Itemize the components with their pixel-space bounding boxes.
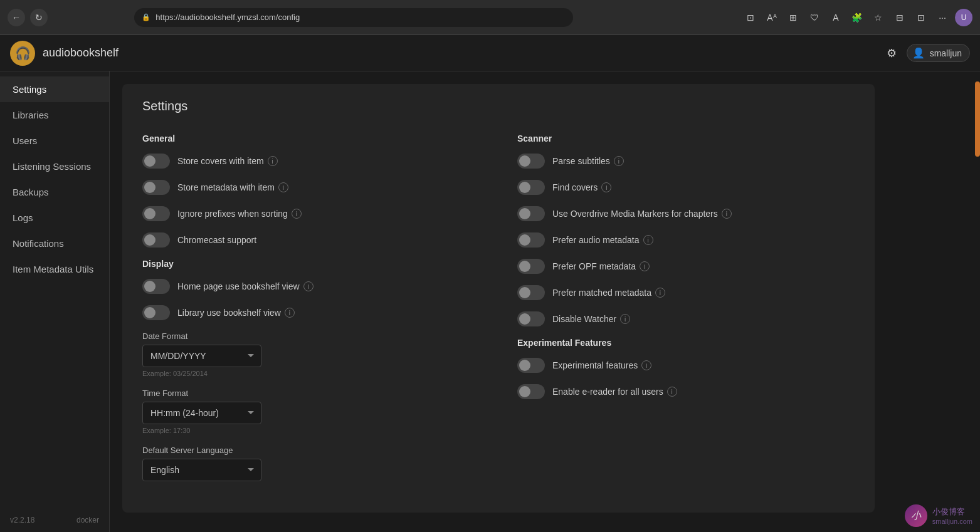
app-container: 🎧 audiobookshelf ⚙ 👤 smalljun Settings L… bbox=[0, 35, 980, 532]
info-home-bookshelf-icon[interactable]: i bbox=[303, 281, 313, 291]
sidebar: Settings Libraries Users Listening Sessi… bbox=[0, 71, 110, 532]
app-header: 🎧 audiobookshelf ⚙ 👤 smalljun bbox=[0, 35, 980, 71]
toggle-store-metadata-label: Store metadata with item i bbox=[177, 182, 288, 192]
toggle-chromecast-btn[interactable] bbox=[142, 232, 170, 248]
profile-avatar[interactable]: U bbox=[955, 9, 972, 26]
toggle-home-bookshelf-label: Home page use bookshelf view i bbox=[177, 281, 313, 291]
toggle-ignore-prefixes-btn[interactable] bbox=[142, 206, 170, 221]
toggle-store-metadata-btn[interactable] bbox=[142, 180, 170, 195]
sidebar-item-item-metadata-utils[interactable]: Item Metadata Utils bbox=[0, 256, 109, 282]
toggle-find-covers: Find covers i bbox=[517, 180, 855, 195]
settings-panel: Settings General Store covers with item bbox=[122, 84, 875, 513]
main-content[interactable]: Settings General Store covers with item bbox=[110, 71, 980, 532]
toggle-experimental-features-label: Experimental features i bbox=[552, 360, 651, 370]
info-store-covers-icon[interactable]: i bbox=[268, 156, 278, 166]
date-format-example: Example: 03/25/2014 bbox=[142, 370, 480, 377]
info-experimental-features-icon[interactable]: i bbox=[641, 360, 651, 370]
toggle-library-bookshelf: Library use bookshelf view i bbox=[142, 305, 480, 320]
ext-btn[interactable]: 🧩 bbox=[848, 9, 866, 26]
refresh-button[interactable]: ↻ bbox=[30, 9, 48, 26]
toggle-library-bookshelf-label: Library use bookshelf view i bbox=[177, 308, 295, 318]
sidebar-btn[interactable]: ⊟ bbox=[891, 9, 909, 26]
toggle-library-bookshelf-btn[interactable] bbox=[142, 305, 170, 320]
sidebar-item-libraries[interactable]: Libraries bbox=[0, 102, 109, 128]
toggle-disable-watcher-label: Disable Watcher i bbox=[552, 314, 630, 324]
toggle-overdrive: Use Overdrive Media Markers for chapters… bbox=[517, 206, 855, 221]
info-ereader-icon[interactable]: i bbox=[667, 387, 677, 397]
general-section: General Store covers with item i bbox=[142, 133, 480, 248]
display-title: Display bbox=[142, 259, 480, 269]
copilot-btn[interactable]: A bbox=[827, 9, 845, 26]
version-label: v2.2.18 bbox=[10, 516, 34, 524]
toggle-prefer-opf-btn[interactable] bbox=[517, 259, 545, 274]
sidebar-item-listening-sessions[interactable]: Listening Sessions bbox=[0, 154, 109, 179]
toggle-store-covers-btn[interactable] bbox=[142, 154, 170, 169]
toggle-ignore-prefixes-label: Ignore prefixes when sorting i bbox=[177, 209, 302, 219]
watermark-url: smalljun.com bbox=[932, 518, 972, 525]
info-store-metadata-icon[interactable]: i bbox=[278, 182, 288, 192]
date-format-label: Date Format bbox=[142, 331, 480, 341]
toggle-disable-watcher: Disable Watcher i bbox=[517, 311, 855, 326]
info-library-bookshelf-icon[interactable]: i bbox=[285, 308, 295, 318]
info-overdrive-icon[interactable]: i bbox=[722, 209, 732, 219]
shield-btn[interactable]: 🛡 bbox=[806, 9, 823, 26]
translate-btn[interactable]: ⊞ bbox=[784, 9, 802, 26]
share-btn[interactable]: ⊡ bbox=[912, 9, 930, 26]
sidebar-item-backups[interactable]: Backups bbox=[0, 179, 109, 205]
user-chip[interactable]: 👤 smalljun bbox=[907, 44, 970, 62]
toggle-ereader-label: Enable e-reader for all users i bbox=[552, 387, 677, 397]
info-prefer-matched-icon[interactable]: i bbox=[655, 288, 665, 298]
time-format-label: Time Format bbox=[142, 389, 480, 398]
toggle-parse-subtitles-btn[interactable] bbox=[517, 154, 545, 169]
toggle-experimental-features-btn[interactable] bbox=[517, 358, 545, 373]
sidebar-item-settings[interactable]: Settings bbox=[0, 76, 109, 102]
time-format-select[interactable]: HH:mm (24-hour) hh:mm (12-hour) bbox=[142, 402, 261, 424]
settings-grid: General Store covers with item i bbox=[142, 128, 855, 493]
info-ignore-prefixes-icon[interactable]: i bbox=[292, 209, 302, 219]
info-parse-subtitles-icon[interactable]: i bbox=[614, 156, 624, 166]
toggle-home-bookshelf-btn[interactable] bbox=[142, 279, 170, 294]
browser-actions: ⊡ Aᴬ ⊞ 🛡 A 🧩 ☆ ⊟ ⊡ ··· U bbox=[742, 9, 972, 26]
experimental-title: Experimental Features bbox=[517, 338, 855, 348]
toggle-ereader-btn[interactable] bbox=[517, 384, 545, 399]
experimental-section: Experimental Features Experimental featu… bbox=[517, 338, 855, 399]
user-icon: 👤 bbox=[912, 47, 925, 59]
more-btn[interactable]: ··· bbox=[934, 9, 951, 26]
left-column: General Store covers with item i bbox=[142, 128, 480, 493]
info-prefer-opf-icon[interactable]: i bbox=[640, 261, 650, 271]
time-format-example: Example: 17:30 bbox=[142, 427, 480, 434]
settings-gear-button[interactable]: ⚙ bbox=[887, 46, 897, 60]
toggle-ereader: Enable e-reader for all users i bbox=[517, 384, 855, 399]
language-select[interactable]: English French German Spanish Chinese bbox=[142, 459, 261, 481]
tab-btn[interactable]: ⊡ bbox=[742, 9, 759, 26]
sidebar-item-logs[interactable]: Logs bbox=[0, 205, 109, 231]
general-title: General bbox=[142, 133, 480, 143]
sidebar-footer: v2.2.18 docker bbox=[0, 508, 109, 532]
scroll-indicator bbox=[975, 81, 980, 157]
toggle-prefer-opf-label: Prefer OPF metadata i bbox=[552, 261, 650, 271]
info-find-covers-icon[interactable]: i bbox=[601, 182, 611, 192]
sidebar-item-notifications[interactable]: Notifications bbox=[0, 231, 109, 256]
date-format-select[interactable]: MM/DD/YYYY DD/MM/YYYY YYYY/MM/DD bbox=[142, 345, 261, 367]
info-prefer-audio-icon[interactable]: i bbox=[643, 235, 653, 245]
toggle-find-covers-btn[interactable] bbox=[517, 180, 545, 195]
info-disable-watcher-icon[interactable]: i bbox=[620, 314, 630, 324]
toggle-overdrive-btn[interactable] bbox=[517, 206, 545, 221]
address-bar[interactable]: 🔒 https://audiobookshelf.ymzsl.com/confi… bbox=[134, 8, 573, 27]
toggle-prefer-audio-btn[interactable] bbox=[517, 232, 545, 248]
app-logo: 🎧 bbox=[10, 41, 35, 66]
toggle-prefer-matched-btn[interactable] bbox=[517, 285, 545, 300]
zoom-btn[interactable]: Aᴬ bbox=[763, 9, 781, 26]
toggle-parse-subtitles: Parse subtitles i bbox=[517, 154, 855, 169]
back-button[interactable]: ← bbox=[8, 9, 25, 26]
toggle-experimental-features: Experimental features i bbox=[517, 358, 855, 373]
toggle-prefer-audio-label: Prefer audio metadata i bbox=[552, 235, 653, 245]
toggle-store-covers-label: Store covers with item i bbox=[177, 156, 278, 166]
fav-btn[interactable]: ☆ bbox=[870, 9, 887, 26]
lock-icon: 🔒 bbox=[142, 13, 150, 21]
toggle-disable-watcher-btn[interactable] bbox=[517, 311, 545, 326]
page-title: Settings bbox=[142, 99, 855, 113]
sidebar-item-users[interactable]: Users bbox=[0, 128, 109, 154]
app-title: audiobookshelf bbox=[43, 46, 119, 60]
toggle-prefer-matched: Prefer matched metadata i bbox=[517, 285, 855, 300]
